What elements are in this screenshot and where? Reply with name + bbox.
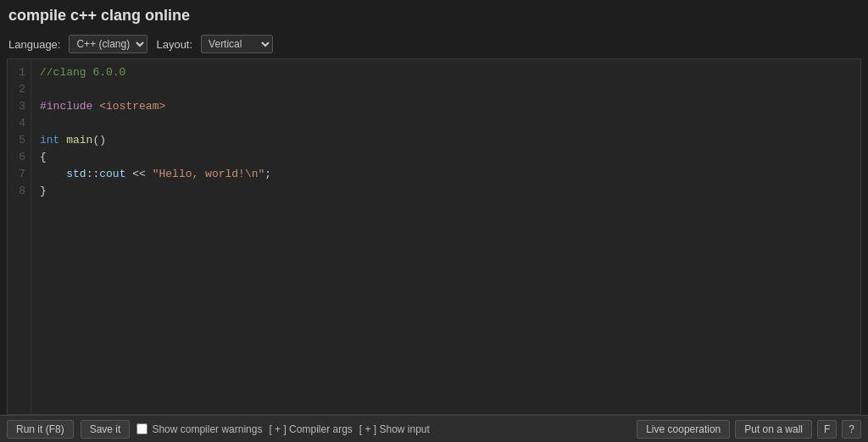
language-label: Language: [8, 38, 60, 51]
show-input-link[interactable]: [ + ] Show input [359, 423, 430, 435]
toolbar: Language: C++ (clang) C (clang) Python J… [0, 35, 868, 58]
editor-container: 1 2 3 4 5 6 7 8 //clang 6.0.0 #include <… [7, 58, 861, 415]
save-button[interactable]: Save it [81, 420, 131, 439]
language-select[interactable]: C++ (clang) C (clang) Python Java [69, 35, 147, 53]
footer: Run it (F8) Save it Show compiler warnin… [0, 415, 868, 442]
page-title: compile c++ clang online [8, 7, 860, 25]
footer-right: Live cooperation Put on a wall F ? [637, 420, 861, 439]
show-warnings-label[interactable]: Show compiler warnings [136, 423, 262, 435]
put-on-wall-button[interactable]: Put on a wall [735, 420, 812, 439]
code-editor[interactable]: //clang 6.0.0 #include <iostream> int ma… [31, 59, 860, 414]
help-button[interactable]: ? [842, 420, 861, 439]
live-cooperation-button[interactable]: Live cooperation [637, 420, 730, 439]
compiler-args-link[interactable]: [ + ] Compiler args [269, 423, 352, 435]
f-button[interactable]: F [817, 420, 837, 439]
run-button[interactable]: Run it (F8) [7, 420, 74, 439]
layout-label: Layout: [156, 38, 192, 51]
layout-select[interactable]: Vertical Horizontal [201, 35, 273, 53]
line-numbers: 1 2 3 4 5 6 7 8 [8, 59, 31, 414]
show-warnings-checkbox[interactable] [136, 423, 147, 434]
